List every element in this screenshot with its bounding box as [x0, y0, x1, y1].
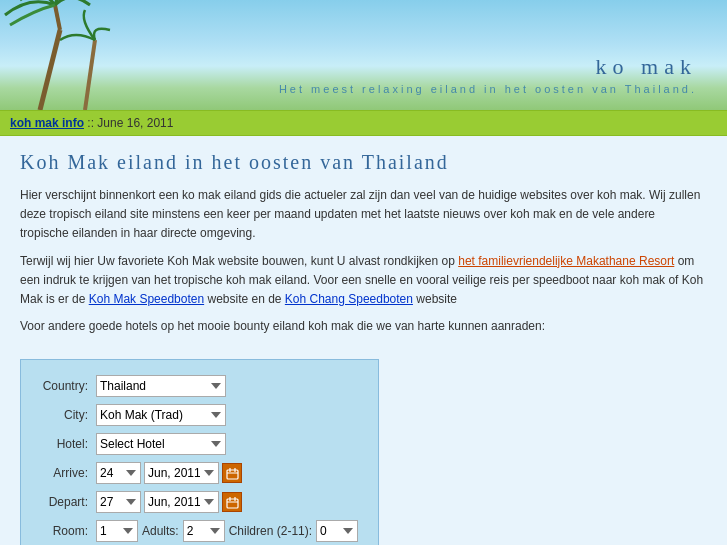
room-label: Room: — [41, 524, 96, 538]
site-subtitle: Het meest relaxing eiland in het oosten … — [279, 83, 697, 95]
svg-rect-3 — [227, 470, 238, 479]
room-controls: 123 Adults: 1234 Children (2-11): 0123 — [96, 520, 358, 542]
intro2-prefix: Terwijl wij hier Uw favoriete Koh Mak we… — [20, 254, 458, 268]
svg-rect-7 — [227, 499, 238, 508]
arrive-day-select[interactable]: 2425262728 — [96, 462, 141, 484]
city-label: City: — [41, 408, 96, 422]
hotel-row: Hotel: Select Hotel — [41, 433, 358, 455]
hotel-label: Hotel: — [41, 437, 96, 451]
intro2-end2: website — [413, 292, 457, 306]
country-label: Country: — [41, 379, 96, 393]
site-title: ko mak — [279, 54, 697, 80]
depart-row: Depart: 27282930 Jun, 2011Jul, 2011Aug, … — [41, 491, 358, 513]
depart-calendar-icon[interactable] — [222, 492, 242, 512]
arrive-row: Arrive: 2425262728 Jun, 2011Jul, 2011Aug… — [41, 462, 358, 484]
header-banner: ko mak Het meest relaxing eiland in het … — [0, 0, 727, 110]
hotel-select[interactable]: Select Hotel — [96, 433, 226, 455]
speedboten-link[interactable]: Koh Mak Speedboten — [89, 292, 204, 306]
arrive-label: Arrive: — [41, 466, 96, 480]
adults-select[interactable]: 1234 — [183, 520, 225, 542]
hotel-search-box: Country: Thailand Indonesia Malaysia Cit… — [20, 359, 379, 545]
room-adults-row: Room: 123 Adults: 1234 Children (2-11): … — [41, 520, 358, 542]
depart-month-select[interactable]: Jun, 2011Jul, 2011Aug, 2011 — [144, 491, 219, 513]
svg-line-1 — [55, 5, 60, 30]
arrive-calendar-icon[interactable] — [222, 463, 242, 483]
chang-speedboten-link[interactable]: Koh Chang Speedboten — [285, 292, 413, 306]
children-label: Children (2-11): — [229, 524, 312, 538]
intro-paragraph-3: Voor andere goede hotels op het mooie bo… — [20, 317, 707, 336]
children-select[interactable]: 0123 — [316, 520, 358, 542]
adults-label: Adults: — [142, 524, 179, 538]
header-title: ko mak Het meest relaxing eiland in het … — [279, 54, 697, 95]
country-row: Country: Thailand Indonesia Malaysia — [41, 375, 358, 397]
nav-link[interactable]: koh mak info — [10, 116, 84, 130]
arrive-date-row: 2425262728 Jun, 2011Jul, 2011Aug, 2011 — [96, 462, 242, 484]
intro-paragraph-1: Hier verschijnt binnenkort een ko mak ei… — [20, 186, 707, 244]
city-select[interactable]: Koh Mak (Trad) Bangkok Pattaya — [96, 404, 226, 426]
room-select[interactable]: 123 — [96, 520, 138, 542]
nav-bar: koh mak info :: June 16, 2011 — [0, 110, 727, 136]
city-row: City: Koh Mak (Trad) Bangkok Pattaya — [41, 404, 358, 426]
main-content: Koh Mak eiland in het oosten van Thailan… — [0, 136, 727, 545]
depart-date-row: 27282930 Jun, 2011Jul, 2011Aug, 2011 — [96, 491, 242, 513]
makathane-link[interactable]: het familievriendelijke Makathane Resort — [458, 254, 674, 268]
intro2-end1: website en de — [204, 292, 285, 306]
svg-line-0 — [40, 30, 60, 110]
palm-tree-left-icon — [0, 0, 140, 110]
page-title: Koh Mak eiland in het oosten van Thailan… — [20, 151, 707, 174]
country-select[interactable]: Thailand Indonesia Malaysia — [96, 375, 226, 397]
svg-line-2 — [85, 40, 95, 110]
nav-date: :: June 16, 2011 — [87, 116, 173, 130]
depart-day-select[interactable]: 27282930 — [96, 491, 141, 513]
intro-paragraph-2: Terwijl wij hier Uw favoriete Koh Mak we… — [20, 252, 707, 310]
arrive-month-select[interactable]: Jun, 2011Jul, 2011Aug, 2011 — [144, 462, 219, 484]
depart-label: Depart: — [41, 495, 96, 509]
